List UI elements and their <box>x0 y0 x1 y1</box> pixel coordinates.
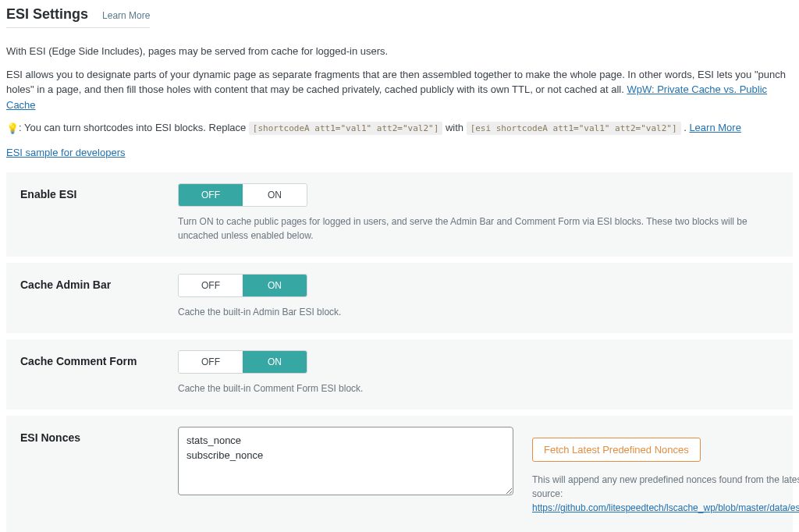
cache-comment-form-on[interactable]: ON <box>243 351 307 373</box>
setting-cache-admin-bar: Cache Admin Bar OFF ON Cache the built-i… <box>6 263 793 333</box>
page-title: ESI Settings <box>6 6 88 23</box>
setting-esi-nonces: ESI Nonces Fetch Latest Predefined Nonce… <box>6 416 793 532</box>
cache-comment-form-off[interactable]: OFF <box>179 351 243 373</box>
cache-comment-form-desc: Cache the built-in Comment Form ESI bloc… <box>178 381 779 395</box>
enable-esi-off[interactable]: OFF <box>179 184 243 206</box>
cache-admin-bar-label: Cache Admin Bar <box>20 274 159 291</box>
tip-mid: with <box>446 122 467 133</box>
intro-line-1: With ESI (Edge Side Includes), pages may… <box>6 44 793 59</box>
esi-nonces-label: ESI Nonces <box>20 427 159 444</box>
cache-admin-bar-off[interactable]: OFF <box>179 275 243 296</box>
enable-esi-on[interactable]: ON <box>243 184 307 206</box>
cache-comment-form-label: Cache Comment Form <box>20 350 159 367</box>
fetch-desc-text: This will append any new predefined nonc… <box>532 474 799 499</box>
tip-line: 💡: You can turn shortcodes into ESI bloc… <box>6 120 793 136</box>
enable-esi-toggle[interactable]: OFF ON <box>178 183 307 207</box>
fetch-nonces-button[interactable]: Fetch Latest Predefined Nonces <box>532 438 701 462</box>
shortcode-after: [esi shortcodeA att1="val1" att2="val2"] <box>467 122 681 135</box>
enable-esi-desc: Turn ON to cache public pages for logged… <box>178 215 779 243</box>
setting-enable-esi: Enable ESI OFF ON Turn ON to cache publi… <box>6 172 793 257</box>
tip-learn-more-link[interactable]: Learn More <box>689 122 740 133</box>
nonces-source-link[interactable]: https://github.com/litespeedtech/lscache… <box>532 502 799 513</box>
cache-admin-bar-on[interactable]: ON <box>243 275 307 296</box>
cache-admin-bar-desc: Cache the built-in Admin Bar ESI block. <box>178 305 779 319</box>
cache-admin-bar-toggle[interactable]: OFF ON <box>178 274 307 297</box>
lightbulb-icon: 💡 <box>6 121 19 137</box>
fetch-nonces-desc: This will append any new predefined nonc… <box>532 473 799 515</box>
setting-cache-comment-form: Cache Comment Form OFF ON Cache the buil… <box>6 339 793 410</box>
tip-prefix: : You can turn shortcodes into ESI block… <box>19 122 249 133</box>
intro-line-2: ESI allows you to designate parts of you… <box>6 67 793 113</box>
cache-comment-form-toggle[interactable]: OFF ON <box>178 350 307 374</box>
learn-more-link[interactable]: Learn More <box>102 10 150 21</box>
esi-sample-link[interactable]: ESI sample for developers <box>6 147 125 158</box>
enable-esi-label: Enable ESI <box>20 183 159 200</box>
esi-nonces-textarea[interactable] <box>178 427 513 495</box>
shortcode-before: [shortcodeA att1="val1" att2="val2"] <box>249 122 442 135</box>
